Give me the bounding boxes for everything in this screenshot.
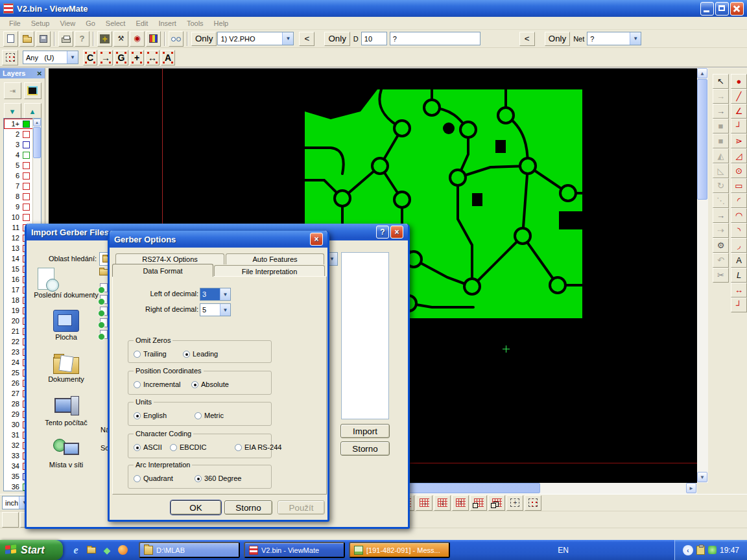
import-button[interactable]: Import bbox=[340, 424, 390, 438]
explorer-folder-icon[interactable] bbox=[85, 544, 98, 557]
mirror-v-button[interactable]: ◭ bbox=[713, 148, 729, 163]
layer-swatch[interactable] bbox=[23, 162, 30, 169]
close-icon[interactable]: ✕ bbox=[37, 70, 42, 77]
layer-combo[interactable]: 1) V2.PHO ▼ bbox=[217, 32, 294, 45]
firefox-icon[interactable] bbox=[116, 544, 129, 557]
only-layer-button[interactable]: Only bbox=[191, 32, 217, 46]
window-corner-button[interactable] bbox=[470, 495, 487, 511]
edit-tools-button[interactable]: ⚒ bbox=[113, 31, 128, 47]
start-button[interactable]: Start bbox=[0, 540, 63, 560]
select-area-button[interactable]: + bbox=[506, 495, 523, 511]
scroll-right-icon[interactable]: ► bbox=[686, 483, 696, 493]
folder-icon[interactable] bbox=[99, 269, 108, 275]
settings-button[interactable]: ⚙ bbox=[713, 238, 729, 253]
pan-up-button[interactable]: ↑ bbox=[452, 495, 469, 511]
send-layer-button[interactable]: ⇥ bbox=[4, 82, 21, 99]
close-button[interactable] bbox=[730, 2, 744, 16]
menu-help[interactable]: Help bbox=[209, 18, 234, 29]
menu-insert[interactable]: Insert bbox=[153, 18, 182, 29]
radio-icon[interactable] bbox=[134, 412, 141, 419]
text-mode-icon[interactable]: A bbox=[161, 50, 175, 65]
radio-option[interactable]: EBCDIC bbox=[170, 443, 207, 451]
radio-icon[interactable] bbox=[183, 351, 190, 358]
scroll-up-icon[interactable]: ▲ bbox=[33, 119, 41, 126]
chevron-down-icon[interactable]: ▼ bbox=[630, 32, 641, 45]
radio-icon[interactable] bbox=[134, 381, 141, 388]
layer-swatch[interactable] bbox=[23, 152, 30, 159]
help-center-icon[interactable]: ◆ bbox=[101, 544, 113, 557]
prev-layer-button[interactable]: < bbox=[299, 32, 314, 46]
radio-option[interactable]: Incremental bbox=[134, 380, 180, 388]
radio-option[interactable]: English bbox=[134, 412, 167, 419]
place-documents[interactable]: Dokumenty bbox=[33, 353, 99, 383]
pointer-button[interactable]: ↖ bbox=[713, 74, 729, 89]
origin-select-button[interactable]: + bbox=[97, 31, 112, 47]
measure-button[interactable] bbox=[169, 31, 184, 47]
mirror-h-button[interactable]: ◺ bbox=[713, 163, 729, 178]
new-file-button[interactable] bbox=[3, 31, 18, 47]
prev-net-button[interactable]: < bbox=[519, 32, 535, 46]
radio-option[interactable]: ASCII bbox=[134, 443, 162, 451]
draw-arc-point-button[interactable]: ◝ bbox=[731, 223, 747, 238]
draw-pad-button[interactable]: ● bbox=[731, 74, 747, 89]
pan-right-button[interactable]: → bbox=[416, 495, 433, 511]
draw-arc-line-button[interactable]: ◞ bbox=[731, 238, 747, 253]
radio-icon[interactable] bbox=[195, 412, 202, 419]
menu-view[interactable]: View bbox=[54, 18, 80, 29]
draw-circle-button[interactable]: ⊙ bbox=[731, 163, 747, 178]
layer-swatch[interactable] bbox=[23, 131, 30, 138]
chevron-down-icon[interactable]: ▼ bbox=[220, 304, 230, 316]
radio-icon[interactable] bbox=[235, 444, 242, 451]
draw-line-button[interactable]: ╱ bbox=[731, 89, 747, 104]
radio-icon[interactable] bbox=[170, 444, 177, 451]
dcode-input[interactable]: 10 bbox=[361, 32, 387, 45]
draw-rays-button[interactable]: ⋗ bbox=[731, 134, 747, 148]
goto-mode-icon[interactable]: → bbox=[99, 50, 113, 65]
print-button[interactable] bbox=[58, 31, 73, 47]
radio-icon[interactable] bbox=[134, 444, 141, 451]
layer-swatch[interactable] bbox=[23, 183, 30, 190]
place-my-computer[interactable]: Tento počítač bbox=[33, 395, 99, 426]
component-mode-icon[interactable]: C bbox=[83, 50, 97, 65]
menu-select[interactable]: Select bbox=[101, 18, 131, 29]
draw-dimension-button[interactable]: ↔ bbox=[731, 283, 747, 298]
view-dcodes-button[interactable] bbox=[2, 512, 19, 528]
cross-mode-icon[interactable]: + bbox=[130, 50, 144, 65]
open-file-button[interactable] bbox=[19, 31, 34, 47]
gerber-file-icon[interactable] bbox=[100, 283, 108, 292]
radio-option[interactable]: EIA RS-244 bbox=[235, 443, 281, 451]
cancel-button[interactable]: Storno bbox=[224, 500, 272, 515]
move-item-button[interactable]: → bbox=[713, 208, 729, 223]
layers-panel-header[interactable]: Layers ✕ bbox=[0, 68, 45, 78]
ie-icon[interactable]: e bbox=[69, 544, 82, 557]
tab-rs274x-options[interactable]: RS274-X Options bbox=[115, 253, 224, 264]
help-button[interactable]: ? bbox=[376, 226, 389, 239]
layer-swatch[interactable] bbox=[23, 214, 30, 221]
cancel-button[interactable]: Storno bbox=[340, 441, 390, 456]
chevron-down-icon[interactable]: ▼ bbox=[67, 51, 78, 64]
select-grid-icon[interactable] bbox=[2, 50, 18, 65]
tab-auto-features[interactable]: Auto Features bbox=[226, 253, 324, 264]
draw-polyline-button[interactable]: ∠ bbox=[731, 104, 747, 119]
vertical-scrollbar[interactable]: ▲ ▼ bbox=[697, 68, 708, 483]
radio-icon[interactable] bbox=[195, 475, 202, 482]
radio-option[interactable]: Metric bbox=[195, 412, 224, 419]
draw-arc-button[interactable]: ◜ bbox=[731, 193, 747, 208]
context-help-button[interactable]: ? bbox=[75, 31, 89, 47]
layer-swatch[interactable] bbox=[23, 121, 30, 128]
draw-triangle-button[interactable]: ◿ bbox=[731, 148, 747, 163]
save-file-button[interactable] bbox=[36, 31, 51, 47]
menu-setup[interactable]: Setup bbox=[26, 18, 55, 29]
menu-edit[interactable]: Edit bbox=[130, 18, 153, 29]
radio-option[interactable]: Trailing bbox=[134, 350, 167, 358]
select-points-button[interactable] bbox=[525, 495, 541, 511]
tab-file-interpretation[interactable]: File Interpretation bbox=[214, 265, 325, 277]
right-of-decimal-combo[interactable]: 5 ▼ bbox=[200, 303, 231, 316]
restore-button[interactable] bbox=[715, 2, 729, 16]
film-colors-button[interactable] bbox=[146, 31, 161, 47]
task-folder[interactable]: D:\MLAB bbox=[139, 542, 240, 558]
place-network-places[interactable]: Místa v síti bbox=[33, 438, 99, 469]
block-a-button[interactable]: ■ bbox=[713, 119, 729, 134]
dcode-filter-input[interactable]: ? bbox=[390, 32, 480, 45]
copy-item-button[interactable]: ⇢ bbox=[713, 223, 729, 238]
